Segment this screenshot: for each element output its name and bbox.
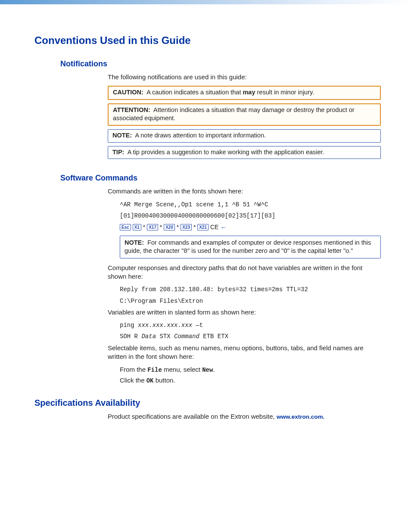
caution-box: CAUTION: A caution indicates a situation…: [108, 86, 381, 100]
caution-text-bold: may: [243, 89, 255, 96]
notifications-intro: The following notifications are used in …: [108, 73, 381, 81]
tip-label: TIP:: [112, 149, 124, 156]
software-intro: Commands are written in the fonts shown …: [108, 187, 381, 196]
ce-text: CE: [209, 224, 220, 230]
software-note-text-2: " is used for the number zero and ": [187, 247, 283, 254]
specifications-heading: Specifications Availability: [34, 398, 381, 408]
var2-c: STX: [156, 333, 174, 340]
note-box: NOTE: A note draws attention to importan…: [108, 129, 381, 143]
x17-key-icon: X17: [147, 224, 158, 230]
specifications-body: Product specifications are available on …: [108, 412, 381, 421]
attention-box: ATTENTION: Attention indicates a situati…: [108, 103, 381, 126]
var2-d: Command: [174, 333, 199, 340]
x1-key-icon: X1: [133, 224, 141, 230]
x21-key-icon: X21: [197, 224, 209, 230]
sel2-c: button.: [154, 376, 175, 384]
sel1-c: menu, select: [162, 366, 202, 373]
variable-example-2: SOH R Data STX Command ETB ETX: [120, 332, 381, 341]
sel1-file: File: [147, 367, 162, 373]
sel1-e: .: [213, 366, 215, 373]
star-3: *: [175, 224, 181, 230]
specifications-text: Product specifications are available on …: [108, 412, 381, 421]
variables-intro: Variables are written in slanted form as…: [108, 308, 381, 317]
sel1-a: From the: [120, 366, 147, 373]
software-note-zero: 0: [184, 248, 187, 255]
command-example-1: ^AR Merge Scene,,Op1 scene 1,1 ^B 51 ^W^…: [120, 200, 381, 209]
tip-text: A tip provides a suggestion to make work…: [128, 149, 324, 156]
software-note-label: NOTE:: [125, 239, 144, 246]
caution-text-post: result in minor injury.: [255, 89, 314, 96]
selectable-intro: Selectable items, such as menu names, me…: [108, 344, 381, 361]
specs-dot: .: [323, 414, 324, 420]
page-content: Conventions Used in this Guide Notificat…: [0, 4, 411, 451]
software-commands-heading: Software Commands: [60, 174, 381, 183]
var1-c: —t: [192, 322, 203, 329]
return-arrow-icon: ←: [220, 224, 227, 231]
software-body: Commands are written in the fonts shown …: [108, 187, 381, 385]
software-note-oh: O: [283, 248, 287, 255]
gradient-top-bar: [0, 0, 411, 4]
note-label: NOTE:: [112, 132, 132, 139]
sel1-new: New: [202, 367, 213, 373]
notifications-heading: Notifications: [60, 59, 381, 68]
caution-text-pre: A caution indicates a situation that: [146, 89, 243, 96]
var2-e: ETB ETX: [199, 333, 228, 340]
var2-b: Data: [141, 333, 156, 340]
star-4: *: [192, 224, 197, 230]
var1-a: ping: [120, 322, 138, 329]
attention-label: ATTENTION:: [113, 106, 150, 113]
page-title: Conventions Used in this Guide: [34, 34, 381, 47]
specs-text: Product specifications are available on …: [108, 413, 277, 420]
response-example-1: Reply from 208.132.180.48: bytes=32 time…: [120, 285, 381, 294]
selectable-example-1: From the File menu, select New.: [120, 365, 381, 374]
caution-label: CAUTION:: [113, 89, 143, 96]
command-example-2: [01]R000400300004000080000600[02]35[17][…: [120, 212, 381, 220]
variable-example-1: ping xxx.xxx.xxx.xxx —t: [120, 321, 381, 330]
x20-key-icon: X20: [164, 224, 175, 230]
x23-key-icon: X23: [181, 224, 192, 230]
command-key-line: Esc X1 * X17 * X20 * X23 * X21 CE ←: [120, 223, 381, 232]
sel2-ok: OK: [146, 377, 154, 384]
note-text: A note draws attention to important info…: [135, 132, 266, 139]
response-example-2: C:\Program Files\Extron: [120, 297, 381, 305]
tip-box: TIP: A tip provides a suggestion to make…: [108, 146, 381, 159]
esc-key-icon: Esc: [120, 224, 131, 230]
software-note-box: NOTE: For commands and examples of compu…: [120, 236, 381, 258]
software-note-text-3: " is the capital letter "o.": [287, 247, 353, 254]
selectable-example-2: Click the OK button.: [120, 376, 381, 385]
var2-a: SOH R: [120, 333, 141, 340]
response-intro: Computer responses and directory paths t…: [108, 264, 381, 281]
var1-b: xxx.xxx.xxx.xxx: [138, 322, 192, 329]
notifications-body: The following notifications are used in …: [108, 73, 381, 159]
star-2: *: [158, 224, 164, 230]
sel2-a: Click the: [120, 376, 146, 384]
extron-link[interactable]: www.extron.com: [277, 414, 323, 420]
star-1: *: [141, 224, 147, 230]
